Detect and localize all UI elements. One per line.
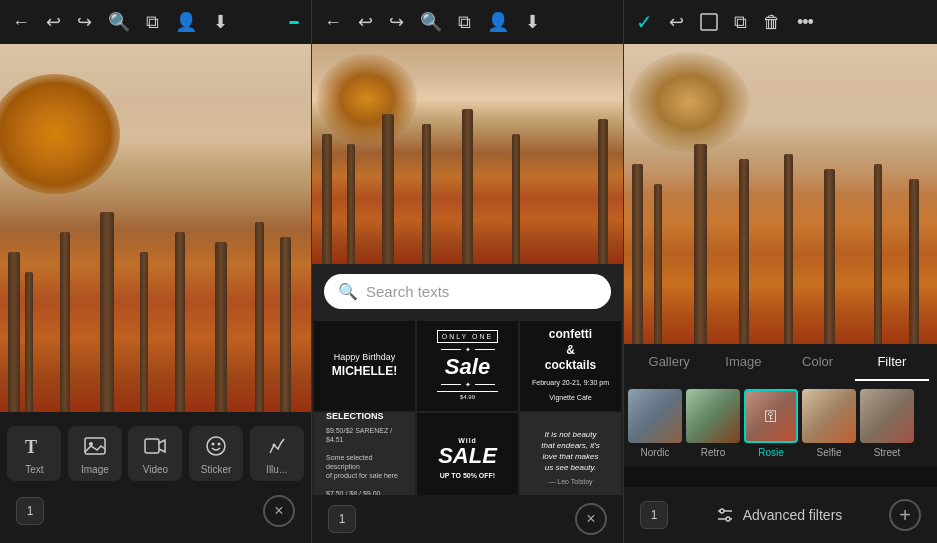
svg-point-6 [218, 443, 221, 446]
advanced-filters-label-text: Advanced filters [743, 507, 843, 523]
copy-icon-2[interactable]: ⧉ [458, 12, 471, 33]
toolbar-left-icons: ← ↩ ↪ 🔍 ⧉ 👤 ⬇ [12, 11, 228, 33]
template-cocktails[interactable]: confetti&cocktailsFebruary 20-21, 9:30 p… [520, 321, 621, 411]
template-beauty-text: It is not beautythat endears, it'slove t… [541, 429, 599, 488]
tab-color[interactable]: Color [781, 344, 855, 381]
filter-nordic-thumb [628, 389, 682, 443]
page-badge-2[interactable]: 1 [328, 505, 356, 533]
filter-rosie[interactable]: ⚿ Rosie [744, 389, 798, 458]
filter-retro[interactable]: Retro [686, 389, 740, 458]
undo-icon-2[interactable]: ↩ [358, 11, 373, 33]
text-tool[interactable]: T Text [7, 426, 61, 481]
svg-point-4 [207, 437, 225, 455]
text-icon: T [20, 432, 48, 460]
zoom-out-icon[interactable]: 🔍 [108, 11, 130, 33]
bottom-bar-2: 1 × [312, 495, 623, 543]
tree-trunk [60, 232, 70, 412]
search-placeholder[interactable]: Search texts [366, 283, 597, 300]
advanced-filters-button[interactable]: Advanced filters [715, 505, 843, 525]
search-area: 🔍 Search texts [312, 264, 623, 319]
advanced-filters-bar: 1 Advanced filters + [624, 487, 937, 543]
image-icon [81, 432, 109, 460]
svg-point-7 [272, 444, 275, 447]
back-icon[interactable]: ← [12, 12, 30, 33]
tree-trunk-2 [598, 119, 608, 264]
canvas-area-2 [312, 44, 623, 264]
tree-trunk-2 [462, 109, 473, 264]
image-tool[interactable]: Image [68, 426, 122, 481]
undo-icon[interactable]: ↩ [46, 11, 61, 33]
copy-icon-3[interactable]: ⧉ [734, 12, 747, 33]
filter-street-label: Street [874, 447, 901, 458]
template-special[interactable]: SPECIAL SELECTIONS $9.50/$2 SARENEZ / $4… [314, 413, 415, 495]
zoom-out-icon-2[interactable]: 🔍 [420, 11, 442, 33]
video-icon [141, 432, 169, 460]
svg-rect-3 [145, 439, 159, 453]
tree-trunk [280, 237, 291, 412]
tab-image[interactable]: Image [706, 344, 780, 381]
video-tool[interactable]: Video [128, 426, 182, 481]
tab-filter[interactable]: Filter [855, 344, 929, 381]
tree-trunk-3 [824, 169, 835, 344]
copy-icon[interactable]: ⧉ [146, 12, 159, 33]
forest-image-3 [624, 44, 937, 344]
crop-icon[interactable] [700, 13, 718, 31]
redo-icon[interactable]: ↪ [77, 11, 92, 33]
illustrate-tool[interactable]: Illu... [250, 426, 304, 481]
template-birthday[interactable]: Happy Birthday MICHELLE! [314, 321, 415, 411]
tool-items-row: T Text Image Video Sticker [0, 420, 311, 487]
tree-trunk-2 [322, 134, 332, 264]
page-badge-3[interactable]: 1 [640, 501, 668, 529]
filter-retro-thumb [686, 389, 740, 443]
people-icon[interactable]: 👤 [175, 11, 197, 33]
tree-trunk-2 [422, 124, 431, 264]
template-wild-text: Wild SALE UP TO 50% OFF! [438, 436, 497, 480]
tree-trunk-3 [739, 159, 749, 344]
undo-icon-3[interactable]: ↩ [669, 11, 684, 33]
filter-selfie-thumb [802, 389, 856, 443]
tree-trunk-3 [694, 144, 707, 344]
close-button-2[interactable]: × [575, 503, 607, 535]
filter-selfie-label: Selfie [816, 447, 841, 458]
svg-rect-8 [701, 14, 717, 30]
trash-icon[interactable]: 🗑 [763, 12, 781, 33]
tree-trunk [8, 252, 20, 412]
sticker-icon [202, 432, 230, 460]
close-button-1[interactable]: × [263, 495, 295, 527]
filter-thumbnails-row: Nordic Retro ⚿ Rosie Selfie Street [624, 381, 937, 466]
more-icon[interactable]: ••• [797, 12, 813, 33]
template-beauty[interactable]: It is not beautythat endears, it'slove t… [520, 413, 621, 495]
filter-nordic[interactable]: Nordic [628, 389, 682, 458]
svg-point-10 [720, 509, 724, 513]
template-sale[interactable]: ONLY ONE ✦ Sale ✦ $4.99 [417, 321, 518, 411]
redo-icon-2[interactable]: ↪ [389, 11, 404, 33]
template-sale-text: ONLY ONE ✦ Sale ✦ $4.99 [437, 330, 499, 402]
panel-editor: ← ↩ ↪ 🔍 ⧉ 👤 ⬇ [0, 0, 312, 543]
image-tool-label: Image [81, 464, 109, 475]
download-icon-2[interactable]: ⬇ [525, 11, 540, 33]
bottom-bar-1: 1 × [0, 487, 311, 535]
tree-trunk [255, 222, 264, 412]
tree-trunk-3 [784, 154, 793, 344]
active-indicator [289, 21, 299, 24]
filter-street[interactable]: Street [860, 389, 914, 458]
sticker-tool-label: Sticker [201, 464, 232, 475]
template-wild-sale[interactable]: Wild SALE UP TO 50% OFF! [417, 413, 518, 495]
filter-rosie-thumb: ⚿ [744, 389, 798, 443]
search-bar[interactable]: 🔍 Search texts [324, 274, 611, 309]
sticker-tool[interactable]: Sticker [189, 426, 243, 481]
tab-gallery[interactable]: Gallery [632, 344, 706, 381]
confirm-icon[interactable]: ✓ [636, 10, 653, 34]
add-button-3[interactable]: + [889, 499, 921, 531]
video-tool-label: Video [143, 464, 168, 475]
illustrate-tool-label: Illu... [266, 464, 287, 475]
download-icon[interactable]: ⬇ [213, 11, 228, 33]
filter-selfie[interactable]: Selfie [802, 389, 856, 458]
people-icon-2[interactable]: 👤 [487, 11, 509, 33]
page-badge-1[interactable]: 1 [16, 497, 44, 525]
back-icon-2[interactable]: ← [324, 12, 342, 33]
forest-image-2 [312, 44, 623, 264]
close-icon-1: × [274, 502, 283, 520]
bottom-tools: T Text Image Video Sticker [0, 412, 311, 543]
illustrate-icon [263, 432, 291, 460]
